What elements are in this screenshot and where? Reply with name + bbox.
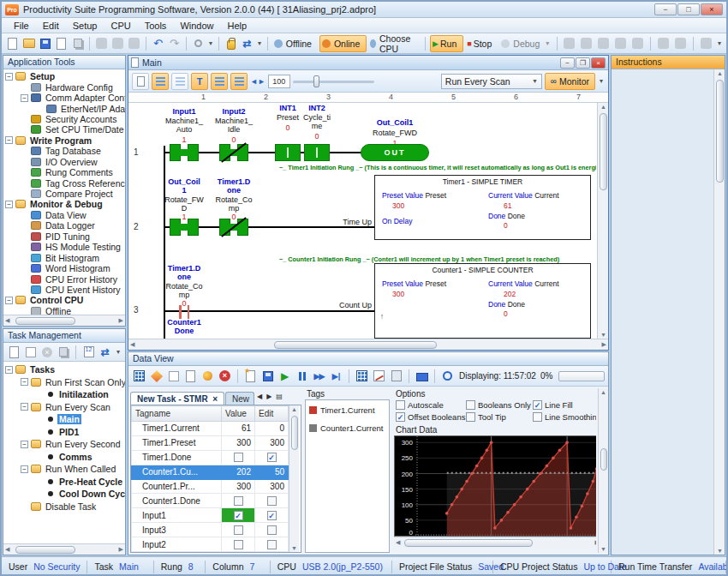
- apptools-item-control-cpu[interactable]: −Control CPU: [3, 295, 125, 305]
- application-tools-hscrollbar[interactable]: ◀▶: [3, 315, 125, 326]
- apptools-item-hs-module-testing[interactable]: HS Module Testing: [3, 242, 125, 252]
- value-checkbox[interactable]: [234, 525, 243, 535]
- tab-new-task-stmr[interactable]: New Task - STMR ×: [130, 392, 224, 405]
- monitor-button[interactable]: ∞Monitor: [545, 73, 595, 90]
- table-row-counter1-cu-[interactable]: Counter1.Cu...20250: [132, 465, 289, 479]
- rung3-no-contact-timer1done[interactable]: [177, 305, 191, 319]
- edit-checkbox[interactable]: ✓: [267, 511, 277, 520]
- apptools-item-write-program[interactable]: −Write Program: [3, 135, 125, 146]
- clock-icon[interactable]: [440, 369, 455, 383]
- task-item-cool-down-cycle[interactable]: Cool Down Cycle: [3, 488, 125, 501]
- apptools-item-offline[interactable]: Offline: [3, 306, 125, 315]
- menu-setup[interactable]: Setup: [66, 20, 104, 32]
- table-row-counter1-done[interactable]: Counter1.Done: [132, 494, 289, 508]
- task-item-run-first-scan-only[interactable]: −Run First Scan Only: [3, 376, 125, 389]
- clear-grid-icon[interactable]: [166, 369, 181, 383]
- option-booleans-only[interactable]: Booleans Only: [466, 400, 533, 410]
- collapse-icon[interactable]: −: [5, 73, 13, 81]
- data-view-vscrollbar[interactable]: ▲▼: [598, 388, 608, 553]
- copy-icon[interactable]: [110, 36, 125, 51]
- copy-task-icon[interactable]: [57, 345, 70, 359]
- task-item-initilazation[interactable]: Initilazation: [3, 388, 125, 401]
- value-checkbox[interactable]: [234, 453, 243, 462]
- apptools-item-monitor-debug[interactable]: −Monitor & Debug: [3, 199, 125, 209]
- col-header-edit[interactable]: Edit: [255, 406, 289, 422]
- import-tags-icon[interactable]: [183, 369, 198, 383]
- apptools-item-security-accounts[interactable]: Security Accounts: [3, 114, 125, 124]
- stop-button[interactable]: ■Stop: [465, 35, 498, 52]
- undo-icon[interactable]: ↶: [151, 36, 165, 51]
- apptools-item-cpu-error-history[interactable]: CPU Error History: [3, 273, 125, 284]
- option-line-fill[interactable]: ✓Line Fill: [533, 400, 596, 410]
- task-item-pid1[interactable]: PID1: [3, 426, 125, 439]
- apptools-item-word-histogram[interactable]: Word Histogram: [3, 263, 125, 273]
- edit-checkbox[interactable]: [267, 540, 277, 549]
- apptools-item-hardware-config[interactable]: Hardware Config: [3, 81, 125, 92]
- tab-close-icon[interactable]: ×: [212, 394, 218, 404]
- table-row-timer1-done[interactable]: Timer1.Done✓: [132, 450, 289, 465]
- menu-file[interactable]: File: [7, 20, 36, 32]
- menu-help[interactable]: Help: [221, 20, 254, 32]
- online-button[interactable]: Online: [319, 35, 367, 52]
- ladder-view-button-6[interactable]: [230, 73, 248, 90]
- menu-window[interactable]: Window: [173, 20, 220, 32]
- grid-view-icon[interactable]: [355, 369, 369, 383]
- task-menu-caret[interactable]: ▾: [115, 348, 122, 356]
- maximize-button[interactable]: □: [677, 3, 700, 15]
- ladder-vscrollbar[interactable]: ▲▼: [597, 103, 608, 339]
- ladder-hscrollbar[interactable]: ◀▶: [128, 339, 608, 350]
- chart-view-icon[interactable]: [372, 369, 386, 383]
- ladder-minimize-button[interactable]: −: [560, 57, 575, 69]
- collapse-icon[interactable]: −: [5, 366, 13, 374]
- apptools-item-data-view[interactable]: Data View: [3, 210, 125, 220]
- blank-task-icon[interactable]: [23, 345, 37, 359]
- new-file-icon[interactable]: [5, 36, 20, 51]
- task-item-tasks[interactable]: −Tasks: [3, 363, 125, 376]
- fast-forward-icon[interactable]: ▶▶: [312, 369, 326, 383]
- rung2-no-contact-outcoil1[interactable]: [170, 219, 199, 236]
- option-offset-booleans[interactable]: ✓Offset Booleans: [396, 412, 466, 422]
- ladder-view-button-2[interactable]: [152, 73, 169, 90]
- rung1-compare-contact-right[interactable]: [304, 144, 330, 161]
- instructions-vscrollbar[interactable]: ▲▼: [713, 69, 725, 555]
- task-item-run-every-scan[interactable]: −Run Every Scan: [3, 401, 125, 414]
- chart-hscrollbar[interactable]: ◀▶: [394, 537, 596, 548]
- rung1-no-contact-input1[interactable]: [170, 144, 199, 161]
- apptools-item-tag-cross-referenc[interactable]: Tag Cross Referenc: [3, 177, 125, 188]
- paste-icon[interactable]: [127, 36, 141, 51]
- minimize-button[interactable]: −: [654, 3, 677, 15]
- save-view-icon[interactable]: [260, 369, 275, 383]
- save-as-icon[interactable]: [54, 36, 69, 51]
- add-tags-icon[interactable]: [132, 369, 146, 383]
- menu-cpu[interactable]: CPU: [104, 20, 137, 32]
- tag-legend-counter1-current[interactable]: Counter1.Current: [309, 423, 385, 433]
- task-transfer-icon[interactable]: ⇄: [98, 345, 112, 359]
- collapse-icon[interactable]: −: [21, 378, 28, 386]
- tab-list-icon[interactable]: ▤: [274, 393, 284, 400]
- ladder-view-button-5[interactable]: [211, 73, 228, 90]
- monitor-caret[interactable]: ▾: [598, 77, 605, 85]
- tab-next-icon[interactable]: ▶: [265, 393, 273, 400]
- task-item-comms[interactable]: Comms: [3, 451, 125, 464]
- zoom-level-box[interactable]: 100: [268, 75, 290, 88]
- menu-tools[interactable]: Tools: [138, 20, 174, 32]
- close-button[interactable]: ×: [701, 3, 723, 15]
- collapse-icon[interactable]: −: [5, 136, 13, 144]
- table-row-input1[interactable]: Input1✓✓: [132, 508, 289, 523]
- apptools-item-set-cpu-time-date[interactable]: Set CPU Time/Date: [3, 124, 125, 135]
- rung2-nc-contact-timer1done[interactable]: [219, 219, 248, 236]
- find-icon-caret[interactable]: ▾: [207, 39, 214, 47]
- task-item-run-when-called[interactable]: −Run When Called: [3, 463, 125, 476]
- apptools-item-i-o-overview[interactable]: I/O Overview: [3, 157, 125, 167]
- ladder-close-button[interactable]: ×: [591, 57, 606, 69]
- edit-checkbox[interactable]: ✓: [267, 453, 277, 462]
- task-item-disable-task[interactable]: Disable Task: [3, 501, 125, 513]
- option-tool-tip[interactable]: Tool Tip: [466, 412, 533, 422]
- new-task-icon[interactable]: [7, 345, 21, 359]
- table-row-input3[interactable]: Input3: [132, 523, 289, 537]
- ladder-text-button[interactable]: T: [191, 73, 208, 90]
- table-row-input2[interactable]: Input2: [132, 537, 289, 552]
- collapse-icon[interactable]: −: [5, 297, 13, 304]
- counter1-function-box[interactable]: Counter1 - SIMPLE COUNTERPreset Value Pr…: [374, 263, 591, 339]
- menu-edit[interactable]: Edit: [36, 20, 66, 32]
